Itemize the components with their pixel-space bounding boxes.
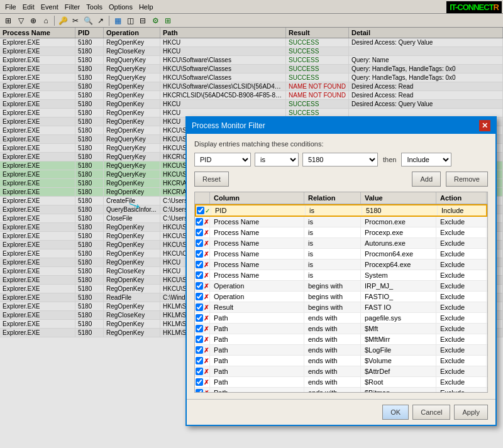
filter-col-column: Column — [210, 192, 304, 204]
row-checkbox[interactable] — [196, 250, 203, 258]
filter-table-row[interactable]: ✗ Result begins with FAST IO Exclude — [195, 302, 487, 313]
exclude-icon: ✗ — [204, 336, 209, 343]
apply-button[interactable]: Apply — [454, 405, 488, 420]
filter-table-row[interactable]: ✗ Process Name is Autoruns.exe Exclude — [195, 238, 487, 249]
dialog-close-button[interactable]: ✕ — [479, 120, 490, 131]
action-select[interactable]: Include Exclude — [401, 153, 451, 167]
filter-row-value: $MftMirr — [361, 334, 436, 344]
dialog-titlebar: Process Monitor Filter ✕ — [187, 117, 495, 134]
filter-table-header: Column Relation Value Action — [195, 192, 487, 204]
filter-table-row[interactable]: ✗ Path ends with $Mft Exclude — [195, 324, 487, 334]
row-checkbox-cell: ✗ — [195, 281, 210, 291]
row-checkbox[interactable] — [196, 303, 203, 311]
filter-row-value: 5180 — [362, 205, 438, 216]
row-checkbox-cell: ✗ — [195, 227, 210, 238]
filter-table-row[interactable]: ✗ Process Name is System Exclude — [195, 270, 487, 281]
row-checkbox-cell: ✗ — [195, 260, 210, 270]
column-select[interactable]: PID Process Name Operation Result Path — [194, 153, 251, 167]
reset-button[interactable]: Reset — [194, 172, 229, 187]
filter-row-relation: is — [306, 205, 362, 216]
filter-table-row[interactable]: ✗ Process Name is Procmon64.exe Exclude — [195, 249, 487, 260]
row-checkbox[interactable] — [196, 325, 203, 332]
filter-table-container[interactable]: Column Relation Value Action ✓ PID is 51… — [194, 192, 488, 393]
filter-row-column: Operation — [210, 281, 304, 291]
filter-row-column: Process Name — [210, 260, 304, 270]
relation-select[interactable]: is is not contains begins with ends with — [255, 153, 299, 167]
filter-row-value: FAST IO — [361, 302, 436, 312]
filter-row-value: FASTIO_ — [361, 292, 436, 302]
filter-table-row[interactable]: ✗ Path ends with $MftMirr Exclude — [195, 334, 487, 345]
filter-row-column: Path — [210, 377, 304, 387]
filter-table-row[interactable]: ✓ PID is 5180 Include — [195, 204, 487, 217]
value-select[interactable]: 5180 — [302, 153, 378, 167]
filter-table-row[interactable]: ✗ Process Name is Procexp64.exe Exclude — [195, 260, 487, 270]
row-checkbox-cell: ✗ — [195, 345, 210, 355]
filter-row-action: Exclude — [436, 334, 487, 344]
row-checkbox-cell: ✗ — [195, 238, 210, 248]
row-checkbox-cell: ✗ — [195, 356, 210, 366]
filter-col-check — [195, 192, 210, 204]
filter-row-action: Exclude — [436, 292, 487, 302]
add-button[interactable]: Add — [412, 172, 441, 187]
filter-row-action: Exclude — [436, 345, 487, 355]
filter-table-row[interactable]: ✗ Operation begins with IRP_MJ_ Exclude — [195, 281, 487, 292]
filter-row-action: Exclude — [436, 238, 487, 248]
row-checkbox[interactable] — [196, 336, 203, 343]
filter-row-column: Path — [210, 334, 304, 344]
filter-row-action: Exclude — [436, 227, 487, 238]
cancel-button[interactable]: Cancel — [412, 405, 450, 420]
exclude-icon: ✗ — [204, 304, 209, 311]
row-checkbox[interactable] — [196, 346, 203, 354]
row-checkbox[interactable] — [196, 218, 203, 226]
filter-table-row[interactable]: ✗ Operation begins with FASTIO_ Exclude — [195, 292, 487, 302]
filter-table-row[interactable]: ✗ Process Name is Procmon.exe Exclude — [195, 217, 487, 227]
row-checkbox[interactable] — [197, 207, 204, 214]
filter-row-column: Path — [210, 388, 304, 393]
filter-table-row[interactable]: ✗ Process Name is Procexp.exe Exclude — [195, 227, 487, 238]
filter-row-value: Procexp64.exe — [361, 260, 436, 270]
filter-table-row[interactable]: ✗ Path ends with $LogFile Exclude — [195, 345, 487, 356]
remove-button[interactable]: Remove — [446, 172, 488, 187]
filter-row-value: pagefile.sys — [361, 313, 436, 323]
row-checkbox[interactable] — [196, 229, 203, 236]
ok-button[interactable]: OK — [382, 405, 409, 420]
filter-row-value: Procmon64.exe — [361, 249, 436, 259]
filter-row-column: Path — [210, 345, 304, 355]
row-checkbox[interactable] — [196, 293, 203, 300]
exclude-icon: ✗ — [204, 358, 209, 364]
row-checkbox[interactable] — [196, 378, 203, 386]
filter-row-relation: ends with — [304, 324, 361, 334]
filter-row-action: Exclude — [436, 249, 487, 259]
row-checkbox-cell: ✗ — [195, 313, 210, 323]
filter-row-value: $Volume — [361, 356, 436, 366]
dialog-instructions: Display entries matching these condition… — [194, 140, 488, 148]
row-checkbox[interactable] — [196, 357, 203, 364]
row-checkbox[interactable] — [196, 389, 203, 393]
exclude-icon: ✗ — [204, 261, 209, 268]
filter-row-value: System — [361, 270, 436, 280]
filter-row-value: $Root — [361, 377, 436, 387]
filter-row-column: Result — [210, 302, 304, 312]
filter-col-action: Action — [436, 192, 487, 204]
filter-row-column: Path — [210, 356, 304, 366]
row-checkbox[interactable] — [196, 239, 203, 247]
filter-rows: ✓ PID is 5180 Include ✗ Process Name is … — [195, 204, 487, 393]
row-checkbox[interactable] — [196, 282, 203, 290]
filter-row-relation: ends with — [304, 388, 361, 393]
filter-row-action: Exclude — [436, 260, 487, 270]
row-checkbox[interactable] — [196, 261, 203, 268]
row-checkbox[interactable] — [196, 271, 203, 279]
exclude-icon: ✗ — [204, 283, 209, 290]
include-icon: ✓ — [205, 207, 210, 214]
row-checkbox[interactable] — [196, 368, 203, 375]
filter-table-row[interactable]: ✗ Path ends with $Bitmap Exclude — [195, 388, 487, 393]
row-checkbox[interactable] — [196, 314, 203, 322]
filter-table-row[interactable]: ✗ Path ends with $Volume Exclude — [195, 356, 487, 366]
filter-row-value: IRP_MJ_ — [361, 281, 436, 291]
filter-table-row[interactable]: ✗ Path ends with $AttrDef Exclude — [195, 366, 487, 377]
filter-row-action: Include — [438, 205, 488, 216]
row-checkbox-cell: ✗ — [195, 366, 210, 376]
then-label: then — [383, 156, 396, 163]
filter-table-row[interactable]: ✗ Path ends with pagefile.sys Exclude — [195, 313, 487, 324]
filter-table-row[interactable]: ✗ Path ends with $Root Exclude — [195, 377, 487, 388]
